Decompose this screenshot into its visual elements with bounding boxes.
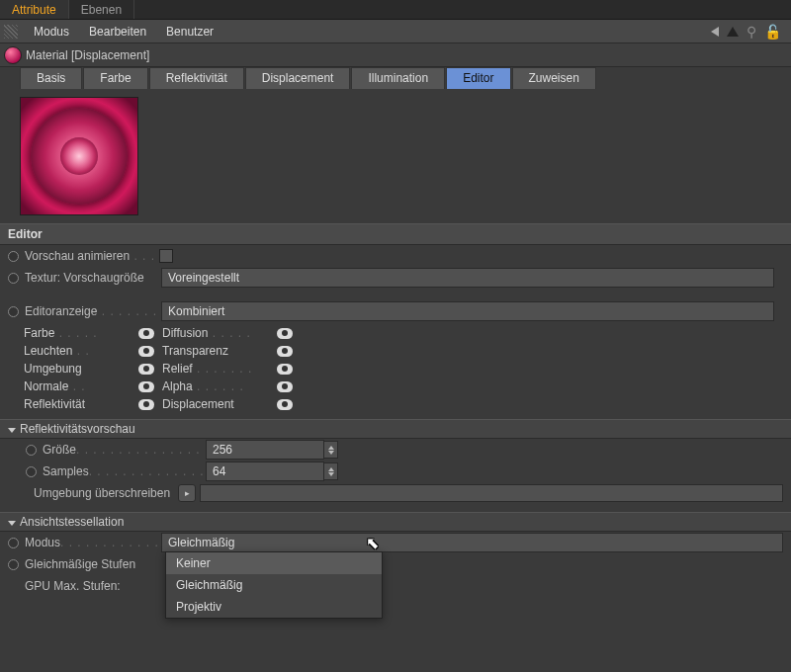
- label-ch-alpha: Alpha: [162, 379, 193, 393]
- tab-illumination[interactable]: Illumination: [351, 67, 445, 89]
- label-ch-umgebung: Umgebung: [24, 362, 82, 376]
- label-tess-steps: Gleichmäßige Stufen: [25, 557, 135, 571]
- label-ch-reflekt: Reflektivität: [24, 397, 85, 411]
- spinner-reflect-size[interactable]: [324, 441, 338, 459]
- disclosure-triangle-icon: [8, 521, 16, 526]
- menubar: Modus Bearbeiten Benutzer ⚲ 🔓: [0, 20, 791, 43]
- tab-farbe[interactable]: Farbe: [83, 67, 147, 89]
- label-ch-disp: Displacement: [162, 397, 234, 411]
- panel-tabs: Attribute Ebenen: [0, 0, 791, 20]
- tab-zuweisen[interactable]: Zuweisen: [512, 67, 596, 89]
- param-radio[interactable]: [26, 445, 37, 456]
- eye-icon[interactable]: [277, 328, 293, 339]
- label-preview-animate: Vorschau animieren: [25, 249, 130, 263]
- material-preview[interactable]: [20, 97, 138, 215]
- label-tess-mode: Modus: [25, 536, 60, 549]
- label-ch-farbe: Farbe: [24, 326, 54, 340]
- label-tex-size: Textur: Vorschaugröße: [25, 271, 144, 285]
- dropdown-menu-tess-mode: Keiner Gleichmäßig Projektiv: [165, 551, 383, 619]
- label-tess-gpu: GPU Max. Stufen:: [25, 579, 121, 593]
- eye-icon[interactable]: [277, 399, 293, 410]
- dropdown-tess-mode[interactable]: Gleichmäßig: [161, 533, 783, 552]
- param-radio[interactable]: [8, 251, 19, 262]
- param-radio[interactable]: [26, 466, 37, 477]
- tab-reflektivitaet[interactable]: Reflektivität: [149, 67, 244, 89]
- object-title-row: Material [Displacement]: [0, 43, 791, 67]
- label-ch-transparenz: Transparenz: [162, 344, 228, 358]
- preview-area: [0, 89, 791, 223]
- dd-item-projektiv[interactable]: Projektiv: [166, 596, 382, 618]
- eye-icon[interactable]: [277, 381, 293, 392]
- dd-item-keiner[interactable]: Keiner: [166, 552, 382, 574]
- dropdown-tex-size[interactable]: Voreingestellt: [161, 268, 774, 288]
- eye-icon[interactable]: [277, 346, 293, 357]
- row-tess-mode: Modus . . . . . . . . . . . . . Gleichmä…: [0, 532, 791, 553]
- param-radio[interactable]: [8, 559, 19, 570]
- label-ch-diffusion: Diffusion: [162, 326, 208, 340]
- disclosure-triangle-icon: [8, 428, 16, 433]
- input-override-env[interactable]: [200, 484, 783, 502]
- spinner-reflect-samples[interactable]: [324, 462, 338, 480]
- menu-bearbeiten[interactable]: Bearbeiten: [79, 25, 156, 39]
- parameter-tabs: Basis Farbe Reflektivität Displacement I…: [0, 67, 791, 89]
- material-sphere-icon: [4, 46, 22, 64]
- search-icon[interactable]: ⚲: [747, 24, 756, 40]
- label-ch-leuchten: Leuchten: [24, 344, 72, 358]
- row-tess-steps: Gleichmäßige Stufen: [0, 553, 791, 575]
- param-radio[interactable]: [8, 306, 19, 317]
- menu-benutzer[interactable]: Benutzer: [156, 25, 223, 39]
- row-editor-display: Editoranzeige . . . . . . . . Kombiniert: [0, 300, 791, 322]
- section-editor: Editor: [0, 223, 791, 245]
- label-ch-normale: Normale: [24, 379, 68, 393]
- row-override-env: Umgebung überschreiben ▸: [0, 482, 791, 504]
- eye-icon[interactable]: [138, 381, 154, 392]
- label-reflect-size: Größe: [43, 443, 76, 457]
- lock-icon[interactable]: 🔓: [764, 24, 781, 40]
- nav-up-icon[interactable]: [727, 27, 739, 37]
- row-reflect-size: Größe . . . . . . . . . . . . . . . . . …: [0, 439, 791, 461]
- row-preview-animate: Vorschau animieren . . .: [0, 245, 791, 267]
- menu-modus[interactable]: Modus: [24, 25, 79, 39]
- eye-icon[interactable]: [277, 364, 293, 375]
- label-reflect-samples: Samples: [43, 464, 89, 478]
- row-reflect-samples: Samples . . . . . . . . . . . . . . . . …: [0, 461, 791, 482]
- eye-icon[interactable]: [138, 346, 154, 357]
- dropdown-editor-display[interactable]: Kombiniert: [161, 301, 774, 321]
- tab-ebenen[interactable]: Ebenen: [69, 0, 134, 19]
- label-editor-display: Editoranzeige: [25, 304, 97, 318]
- label-override-env: Umgebung überschreiben: [34, 486, 170, 500]
- row-tess-gpu: GPU Max. Stufen:: [0, 575, 791, 597]
- section-tessellation[interactable]: Ansichtstessellation: [0, 512, 791, 532]
- label-ch-relief: Relief: [162, 362, 193, 376]
- link-button[interactable]: ▸: [178, 484, 196, 502]
- param-radio[interactable]: [8, 538, 19, 548]
- channel-grid: Farbe . . . . . Diffusion . . . . . Leuc…: [0, 322, 791, 419]
- eye-icon[interactable]: [138, 364, 154, 375]
- checkbox-preview-animate[interactable]: [159, 249, 173, 263]
- dd-item-gleichmaessig[interactable]: Gleichmäßig: [166, 574, 382, 596]
- input-reflect-size[interactable]: 256: [206, 440, 324, 460]
- tab-basis[interactable]: Basis: [20, 67, 82, 89]
- input-reflect-samples[interactable]: 64: [206, 462, 324, 481]
- eye-icon[interactable]: [138, 399, 154, 410]
- object-title: Material [Displacement]: [26, 48, 149, 62]
- tab-displacement[interactable]: Displacement: [245, 67, 351, 89]
- eye-icon[interactable]: [138, 328, 154, 339]
- row-tex-size: Textur: Vorschaugröße Voreingestellt: [0, 267, 791, 289]
- nav-back-icon[interactable]: [711, 27, 719, 37]
- drag-handle-icon[interactable]: [4, 25, 18, 39]
- param-radio[interactable]: [8, 273, 19, 284]
- section-reflect-preview[interactable]: Reflektivitätsvorschau: [0, 419, 791, 439]
- tab-attribute[interactable]: Attribute: [0, 0, 69, 19]
- tab-editor[interactable]: Editor: [446, 67, 510, 89]
